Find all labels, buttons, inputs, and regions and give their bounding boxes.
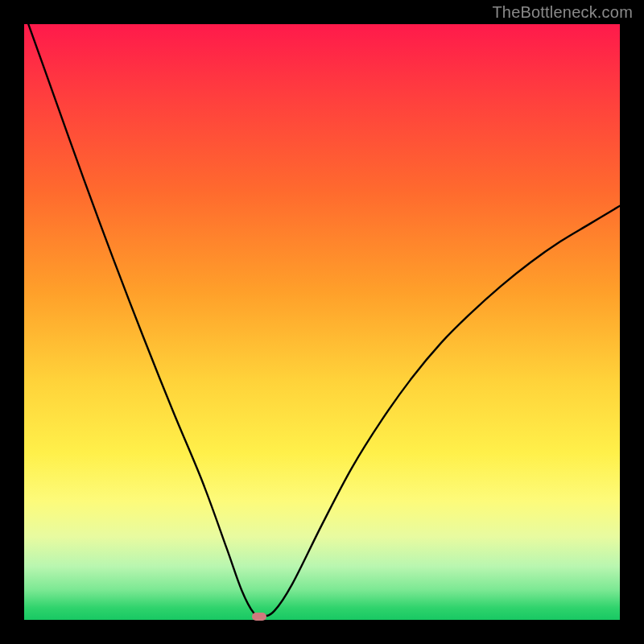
minimum-marker [252,613,266,621]
chart-plot-area [24,24,620,620]
curve-path [24,24,620,617]
chart-stage: TheBottleneck.com [0,0,644,644]
bottleneck-curve [24,24,620,620]
watermark-text: TheBottleneck.com [492,3,633,22]
